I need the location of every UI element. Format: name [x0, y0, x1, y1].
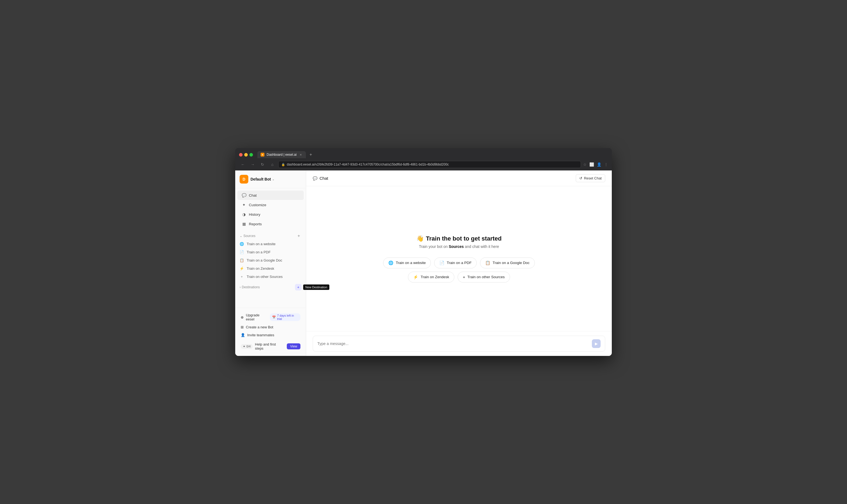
browser-tab[interactable]: e Dashboard | eesel.ai ✕: [257, 151, 306, 158]
source-other-label: Train on other Sources: [247, 275, 283, 279]
address-bar[interactable]: 🔒 dashboard.eesel.ai/v2/bfe2fd39-11a7-4d…: [278, 161, 581, 168]
destinations-section: › Destinations + New Destination: [235, 282, 306, 293]
source-item-other[interactable]: + Train on other Sources: [235, 272, 306, 281]
reload-button[interactable]: ↻: [259, 161, 266, 168]
sources-label: Sources: [243, 234, 255, 238]
upgrade-eesel-button[interactable]: ⊕ Upgrade eesel 📅 7 days left in trial: [239, 311, 303, 323]
sidebar-nav: 💬 Chat ✦ Customize ◑ History ▦ Reports: [235, 188, 306, 231]
welcome-subtitle: Train your bot on Sources and chat with …: [417, 245, 501, 249]
reset-chat-label: Reset Chat: [584, 176, 602, 180]
welcome-subtitle-bold: Sources: [448, 245, 464, 249]
forward-button[interactable]: →: [249, 161, 257, 168]
tab-bar: e Dashboard | eesel.ai ✕ +: [257, 151, 608, 159]
trial-badge: 📅 7 days left in trial: [270, 313, 300, 321]
send-icon: ▶: [595, 341, 598, 346]
sources-add-button[interactable]: +: [296, 233, 301, 239]
progress-text: 0/4: [246, 345, 250, 348]
sidebar: D Default Bot ⌄ 💬 Chat ✦ Customize ◑: [235, 170, 306, 356]
send-message-button[interactable]: ▶: [592, 339, 601, 348]
train-pdf-icon: 📄: [439, 260, 444, 265]
progress-badge: ✦ 0/4: [241, 344, 253, 349]
browser-window: e Dashboard | eesel.ai ✕ + ← → ↻ ⌂ 🔒 das…: [235, 148, 612, 356]
sidebar-item-chat[interactable]: 💬 Chat: [237, 191, 304, 200]
new-destination-button[interactable]: +: [295, 284, 301, 290]
globe-icon: 🌐: [240, 241, 244, 246]
new-tab-button[interactable]: +: [307, 151, 315, 159]
header-left: 💬 Chat: [313, 176, 328, 181]
sources-chevron-icon: ⌄: [240, 234, 242, 238]
back-button[interactable]: ←: [239, 161, 247, 168]
source-website-label: Train on a website: [247, 242, 276, 246]
traffic-lights: [239, 153, 253, 157]
upgrade-icon: ⊕: [241, 315, 244, 319]
chat-nav-label: Chat: [249, 193, 257, 197]
maximize-window-button[interactable]: [249, 153, 253, 157]
source-zendesk-label: Train on Zendesk: [247, 267, 274, 271]
sidebar-header: D Default Bot ⌄: [235, 170, 306, 188]
chat-area: 👋 Train the bot to get started Train you…: [306, 186, 612, 331]
train-other-button[interactable]: + Train on other Sources: [458, 272, 510, 283]
view-help-button[interactable]: View: [287, 343, 300, 349]
customize-nav-icon: ✦: [242, 203, 246, 207]
help-label: Help and first steps: [255, 342, 285, 350]
bot-chevron-icon: ⌄: [272, 178, 274, 181]
bot-avatar: D: [240, 175, 248, 183]
security-icon: 🔒: [281, 163, 285, 166]
message-input[interactable]: [317, 341, 592, 346]
browser-controls: e Dashboard | eesel.ai ✕ +: [239, 151, 608, 159]
url-text: dashboard.eesel.ai/v2/bfe2fd39-11a7-4d47…: [287, 163, 449, 166]
train-gdoc-icon: 📋: [485, 260, 490, 265]
sources-section-left: ⌄ Sources: [240, 234, 255, 238]
main-content: 💬 Chat ↺ Reset Chat 👋 Train the bot to g…: [306, 170, 612, 356]
create-new-bot-button[interactable]: ⊞ Create a new Bot: [239, 323, 303, 331]
source-item-gdoc[interactable]: 📋 Train on a Google Doc: [235, 256, 306, 264]
chat-nav-icon: 💬: [242, 193, 246, 197]
source-gdoc-label: Train on a Google Doc: [247, 258, 282, 263]
source-item-zendesk[interactable]: ⚡ Train on Zendesk: [235, 264, 306, 272]
minimize-window-button[interactable]: [244, 153, 248, 157]
train-website-button[interactable]: 🌐 Train on a website: [383, 257, 431, 268]
train-pdf-label: Train on a PDF: [447, 261, 472, 265]
train-zendesk-button[interactable]: ⚡ Train on Zendesk: [408, 272, 454, 283]
train-other-label: Train on other Sources: [467, 275, 505, 279]
invite-teammates-button[interactable]: 👤 Invite teammates: [239, 331, 303, 339]
train-pdf-button[interactable]: 📄 Train on a PDF: [434, 257, 477, 268]
profile-icon[interactable]: 👤: [597, 162, 601, 167]
invite-icon: 👤: [241, 333, 245, 337]
reset-chat-button[interactable]: ↺ Reset Chat: [576, 174, 605, 182]
new-destination-tooltip: New Destination: [303, 285, 329, 290]
sidebar-item-reports[interactable]: ▦ Reports: [237, 219, 304, 229]
toolbar-right: ☆ ⬜ 👤 ⋮: [583, 162, 608, 167]
sidebar-footer: ⊕ Upgrade eesel 📅 7 days left in trial ⊞…: [235, 308, 306, 356]
train-row-1: 🌐 Train on a website 📄 Train on a PDF 📋 …: [383, 257, 534, 268]
help-footer-bar: ✦ 0/4 Help and first steps View: [239, 340, 303, 353]
main-header-title: Chat: [319, 176, 328, 181]
history-nav-icon: ◑: [242, 212, 246, 217]
bookmark-icon[interactable]: ☆: [583, 162, 587, 167]
menu-icon[interactable]: ⋮: [604, 162, 608, 167]
source-pdf-label: Train on a PDF: [247, 250, 271, 254]
welcome-subtitle-text: Train your bot on: [419, 245, 447, 249]
browser-titlebar: e Dashboard | eesel.ai ✕ +: [235, 148, 612, 159]
bot-name-button[interactable]: Default Bot ⌄: [250, 177, 274, 181]
tab-favicon: e: [261, 153, 264, 157]
close-window-button[interactable]: [239, 153, 243, 157]
welcome-title: 👋 Train the bot to get started: [417, 235, 501, 242]
source-item-website[interactable]: 🌐 Train on a website: [235, 240, 306, 248]
tab-title: Dashboard | eesel.ai: [267, 153, 297, 157]
tab-close-button[interactable]: ✕: [299, 153, 303, 157]
train-gdoc-label: Train on a Google Doc: [493, 261, 529, 265]
calendar-icon: 📅: [272, 316, 276, 319]
sidebar-item-customize[interactable]: ✦ Customize: [237, 200, 304, 210]
extensions-icon[interactable]: ⬜: [589, 162, 594, 167]
message-input-wrapper: ▶: [313, 336, 605, 352]
destinations-chevron-icon: ›: [240, 285, 241, 289]
zendesk-icon: ⚡: [240, 266, 244, 271]
home-button[interactable]: ⌂: [268, 161, 276, 168]
browser-toolbar: ← → ↻ ⌂ 🔒 dashboard.eesel.ai/v2/bfe2fd39…: [235, 159, 612, 170]
train-other-icon: +: [463, 275, 465, 279]
source-item-pdf[interactable]: 📄 Train on a PDF: [235, 248, 306, 256]
train-gdoc-button[interactable]: 📋 Train on a Google Doc: [480, 257, 534, 268]
sidebar-item-history[interactable]: ◑ History: [237, 210, 304, 219]
welcome-subtitle-end: and chat with it here: [465, 245, 499, 249]
